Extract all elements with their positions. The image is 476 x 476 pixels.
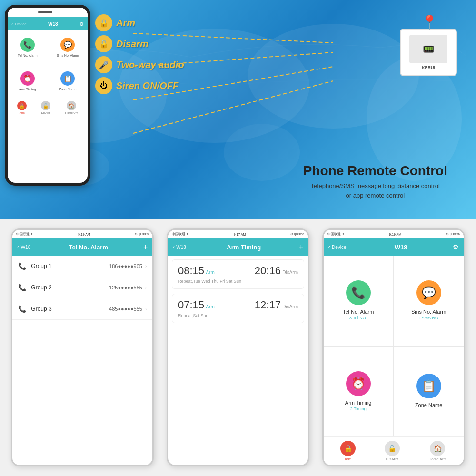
timing-item-2[interactable]: 07:15-Arm 12:17-DisArm Repeat,Sat Sun xyxy=(172,294,304,323)
tel-alarm-sub: 3 Tel NO. xyxy=(349,316,367,320)
phone-back-icon: ‹ xyxy=(11,21,13,27)
status-right-3: ⊙ ψ 88% xyxy=(446,232,460,236)
screen-tel-alarm: 中国联通 ✦ 9:19 AM ⊙ ψ 88% ‹ W18 Tel No. Ala… xyxy=(11,228,154,466)
tel-group-name-1: Group 1 xyxy=(31,263,109,269)
tel-alarm-icon: 📞 xyxy=(346,280,371,305)
screen-main-app: 中国联通 ✦ 9:19 AM ⊙ ψ 88% ‹ Device W18 ⚙ 📞 … xyxy=(322,228,465,466)
tel-icon-1: 📞 xyxy=(18,262,26,270)
disarm-button[interactable]: 🔓 DisArm xyxy=(385,441,400,461)
zone-name-label: Zone Name xyxy=(415,402,442,408)
homearm-button[interactable]: 🏠 Home Arm xyxy=(428,441,446,461)
tel-number-3: 485●●●●●555 xyxy=(109,306,142,312)
screen1-back-btn[interactable]: ‹ W18 xyxy=(17,244,30,250)
screen3-title: W18 xyxy=(349,244,453,251)
app-item-sms[interactable]: 💬 Sms No. Alarm 1 SMS NO. xyxy=(394,256,464,346)
tel-number-2: 125●●●●●555 xyxy=(109,285,142,290)
screen2-content: 08:15-Arm 20:16-DisArm Repeat,Tue Wed Th… xyxy=(168,256,308,465)
status-left-1: 中国联通 ✦ xyxy=(16,232,33,237)
siren-label: Siren ON/OFF xyxy=(116,80,178,91)
status-left-2: 中国联通 ✦ xyxy=(172,232,189,237)
status-time-1: 9:19 AM xyxy=(78,233,90,236)
phone-gear-icon: ⚙ xyxy=(79,21,84,27)
arm-button-icon: 🔒 xyxy=(340,441,356,456)
app-item-tel[interactable]: 📞 Tel No. Alarm 3 Tel NO. xyxy=(324,256,393,346)
timing-repeat-2: Repeat,Sat Sun xyxy=(178,313,298,318)
arm-time-2: 07:15 xyxy=(178,299,204,311)
screen3-nav: ‹ Device W18 ⚙ xyxy=(324,238,464,256)
arm-timing-icon: ⏰ xyxy=(346,371,371,396)
tel-group-2[interactable]: 📞 Group 2 125●●●●●555 › xyxy=(12,277,152,298)
timing-repeat-1: Repeat,Tue Wed Thu Fri Sat Sun xyxy=(178,279,298,284)
screen2-nav: ‹ W18 Arm Timing + xyxy=(168,238,308,256)
tel-group-name-2: Group 2 xyxy=(31,284,109,291)
screen3-gear-icon[interactable]: ⚙ xyxy=(453,243,459,251)
disarm-icon: 🔓 xyxy=(95,35,112,52)
status-time-2: 9:17 AM xyxy=(234,233,246,236)
homearm-button-label: Home Arm xyxy=(428,457,446,461)
app-grid: 📞 Tel No. Alarm 3 Tel NO. 💬 Sms No. Alar… xyxy=(324,256,464,436)
tel-list: 📞 Group 1 186●●●●●905 › 📞 Group 2 125●●●… xyxy=(12,256,152,320)
tel-alarm-label: Tel No. Alarm xyxy=(343,309,374,315)
annotations-container: 🔒 Arm 🔓 Disarm 🎤 Two-way audio ⏻ Siren O… xyxy=(95,14,184,98)
chevron-icon-1: › xyxy=(145,264,147,269)
arm-timing-label: Arm Timing xyxy=(345,400,372,406)
chevron-icon-3: › xyxy=(145,307,147,312)
screen-arm-timing: 中国联通 ✦ 9:17 AM ⊙ ψ 88% ‹ W18 Arm Timing … xyxy=(167,228,309,466)
screen1-nav: ‹ W18 Tel No. Alarm + xyxy=(12,238,152,256)
bottom-section: 中国联通 ✦ 9:19 AM ⊙ ψ 88% ‹ W18 Tel No. Ala… xyxy=(0,219,476,476)
audio-icon: 🎤 xyxy=(95,56,112,73)
status-time-3: 9:19 AM xyxy=(389,233,401,236)
promo-text-block: Phone Remote Control Telephone/SMS messa… xyxy=(303,163,447,200)
screen2-title: Arm Timing xyxy=(189,244,299,251)
tel-number-1: 186●●●●●905 xyxy=(109,263,142,269)
zone-name-icon: 📋 xyxy=(416,374,441,398)
arm-time-1: 08:15 xyxy=(178,265,204,277)
status-left-3: 中国联通 ✦ xyxy=(327,232,345,237)
alarm-device-image: 📟 KERUI xyxy=(400,29,457,76)
disarm-time-1: 20:16 xyxy=(255,265,281,277)
timing-item-1[interactable]: 08:15-Arm 20:16-DisArm Repeat,Tue Wed Th… xyxy=(172,259,304,289)
status-right-2: ⊙ ψ 88% xyxy=(290,232,304,236)
arm-button-label: Arm xyxy=(345,457,352,461)
arm-icon: 🔒 xyxy=(95,14,112,31)
disarm-button-label: DisArm xyxy=(386,457,398,461)
phone-title: W18 xyxy=(27,21,79,27)
disarm-time-2: 12:17 xyxy=(255,299,281,311)
app-item-timing[interactable]: ⏰ Arm Timing 2 Timing xyxy=(324,347,393,436)
sms-alarm-label: Sms No. Alarm xyxy=(411,309,446,315)
promo-title: Phone Remote Control xyxy=(303,163,447,178)
screen1-content: 📞 Group 1 186●●●●●905 › 📞 Group 2 125●●●… xyxy=(12,256,152,465)
timing-list: 08:15-Arm 20:16-DisArm Repeat,Tue Wed Th… xyxy=(168,256,308,332)
tel-group-3[interactable]: 📞 Group 3 485●●●●●555 › xyxy=(12,298,152,320)
screen3-content: 📞 Tel No. Alarm 3 Tel NO. 💬 Sms No. Alar… xyxy=(324,256,464,465)
top-section: ‹ Device W18 ⚙ 📞 Tel No. Alarm 💬 Sms No.… xyxy=(0,0,476,219)
phone-device-label: Device xyxy=(15,22,26,26)
tel-icon-2: 📞 xyxy=(18,284,26,291)
screen2-add-btn[interactable]: + xyxy=(299,243,303,251)
homearm-button-icon: 🏠 xyxy=(430,441,445,456)
map-pin-icon: 📍 xyxy=(421,14,438,30)
siren-icon: ⏻ xyxy=(95,77,112,94)
tel-group-1[interactable]: 📞 Group 1 186●●●●●905 › xyxy=(12,256,152,277)
tel-group-name-3: Group 3 xyxy=(31,306,109,312)
tel-icon-3: 📞 xyxy=(18,305,26,313)
promo-subtitle: Telephone/SMS message long distance cont… xyxy=(303,181,447,200)
screen3-back-btn[interactable]: ‹ Device xyxy=(328,244,347,250)
arm-button[interactable]: 🔒 Arm xyxy=(340,441,356,461)
audio-label: Two-way audio xyxy=(116,60,184,70)
screen1-title: Tel No. Alarm xyxy=(33,244,143,251)
sms-alarm-sub: 1 SMS NO. xyxy=(418,316,440,320)
disarm-button-icon: 🔓 xyxy=(385,441,400,456)
chevron-icon-2: › xyxy=(145,285,147,290)
screen1-add-btn[interactable]: + xyxy=(143,243,148,251)
sms-alarm-icon: 💬 xyxy=(416,280,441,305)
svg-point-4 xyxy=(224,124,300,181)
app-item-zone[interactable]: 📋 Zone Name xyxy=(394,347,464,436)
status-right-1: ⊙ ψ 88% xyxy=(135,232,149,236)
screen2-back-btn[interactable]: ‹ W18 xyxy=(173,244,186,250)
arm-label: Arm xyxy=(116,18,135,29)
disarm-label: Disarm xyxy=(116,39,149,50)
app-bottom-bar: 🔒 Arm 🔓 DisArm 🏠 Home Arm xyxy=(324,436,464,465)
arm-timing-sub: 2 Timing xyxy=(350,407,367,411)
